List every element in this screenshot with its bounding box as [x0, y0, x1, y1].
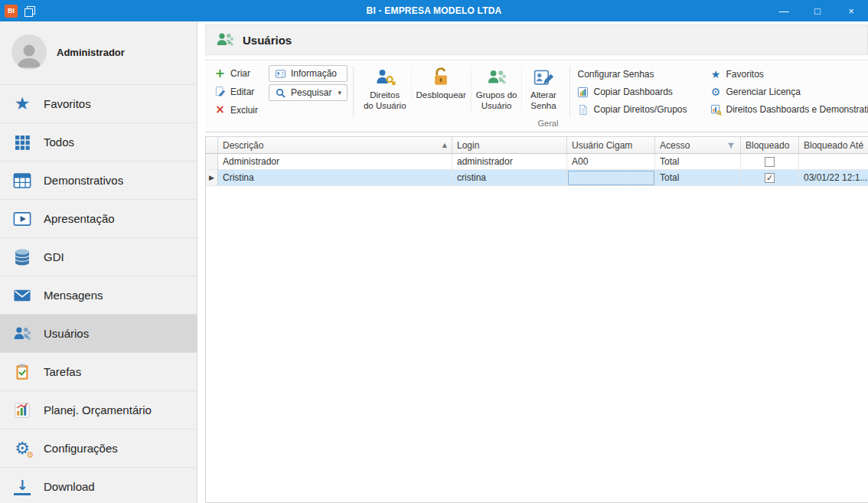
sidebar-item-download[interactable]: ↓ Download [0, 467, 197, 503]
cell-usuario-cigam[interactable]: A00 [567, 154, 655, 170]
licenca-stack: ★ Favoritos ⚙ Gerenciar Licença Direitos… [709, 65, 868, 117]
sidebar-item-label: Todos [44, 136, 74, 149]
sidebar-item-favoritos[interactable]: ★ Favoritos [0, 84, 197, 122]
database-icon [12, 247, 32, 267]
sidebar-item-planejamento[interactable]: Planej. Orçamentário [0, 390, 197, 429]
users-group-icon [215, 30, 235, 50]
cell-login[interactable]: cristina [452, 170, 567, 186]
chart-icon [12, 400, 32, 420]
direitos-dashboards-button[interactable]: Direitos Dashboards e Demonstrativos [709, 102, 868, 117]
column-header-bloqueado[interactable]: Bloqueado [741, 137, 799, 154]
ribbon-group-geral: + Criar Editar × Excluir [205, 60, 868, 132]
window-title: BI - EMPRESA MODELO LTDA [0, 5, 868, 16]
sidebar: Administrador ★ Favoritos Todos Demonstr… [0, 21, 197, 503]
cell-bloqueado[interactable] [741, 170, 799, 186]
criar-button[interactable]: + Criar [211, 65, 261, 81]
ribbon: + Criar Editar × Excluir [205, 60, 868, 132]
gerenciar-licenca-button[interactable]: ⚙ Gerenciar Licença [709, 84, 868, 100]
search-icon [275, 87, 286, 99]
cell-descricao[interactable]: Administrador [218, 154, 452, 170]
gears-icon: ⚙ ⚙ [12, 439, 32, 459]
users-grid: Descrição ▲ Login Usuário Cigam Acesso [205, 136, 868, 503]
small-gear-icon: ⚙ [26, 451, 34, 459]
window-restore-icon[interactable] [24, 6, 34, 16]
cell-login[interactable]: administrador [452, 154, 567, 170]
table-row: Administrador administrador A00 Total [206, 154, 868, 170]
sidebar-item-usuarios[interactable]: Usuários [0, 314, 197, 352]
sidebar-item-mensagens[interactable]: Mensagens [0, 276, 197, 314]
close-button[interactable]: × [834, 0, 868, 21]
mail-icon [12, 286, 32, 305]
star-icon: ★ [12, 94, 32, 114]
table-row: ▶ Cristina cristina Total 03/01/22 12:1.… [206, 170, 868, 186]
info-search-column: Informação Pesquisar ▾ [269, 65, 348, 101]
cell-bloqueado-ate[interactable] [799, 154, 868, 170]
column-header-login[interactable]: Login [452, 137, 567, 154]
copiar-direitos-grupos-button[interactable]: Copiar Direitos/Grupos [576, 102, 688, 117]
cell-usuario-cigam-focused[interactable] [567, 170, 655, 186]
user-name: Administrador [57, 47, 125, 58]
sidebar-item-label: Planej. Orçamentário [44, 403, 152, 416]
sidebar-item-todos[interactable]: Todos [0, 122, 197, 161]
informacao-label: Informação [291, 68, 337, 79]
alterar-senha-label: AlterarSenha [530, 90, 556, 112]
column-header-selector [206, 137, 218, 154]
column-header-usuario-cigam[interactable]: Usuário Cigam [567, 137, 655, 154]
maximize-button[interactable]: □ [801, 0, 834, 21]
sidebar-item-configuracoes[interactable]: ⚙ ⚙ Configurações [0, 429, 197, 467]
cell-acesso[interactable]: Total [655, 154, 741, 170]
gerenciar-licenca-label: Gerenciar Licença [726, 87, 801, 97]
column-label: Descrição [223, 140, 439, 151]
column-label: Bloqueado Até [804, 140, 863, 151]
grupos-usuario-button[interactable]: Grupos doUsuário [471, 65, 522, 112]
direitos-dashboards-label: Direitos Dashboards e Demonstrativos [726, 104, 868, 115]
direitos-usuario-button[interactable]: Direitosdo Usuário [359, 65, 411, 112]
user-panel: Administrador [0, 21, 197, 84]
sidebar-item-label: Demonstrativos [44, 174, 123, 187]
separator [353, 66, 354, 117]
minimize-button[interactable]: — [767, 0, 801, 21]
filter-icon[interactable] [726, 141, 736, 150]
copiar-direitos-grupos-label: Copiar Direitos/Grupos [593, 104, 687, 115]
sidebar-item-tarefas[interactable]: Tarefas [0, 352, 197, 390]
favoritos-label: Favoritos [726, 69, 764, 80]
app-window: BI BI - EMPRESA MODELO LTDA — □ × Admini… [0, 0, 868, 503]
excluir-button[interactable]: × Excluir [211, 102, 261, 118]
presentation-icon [12, 209, 32, 229]
users-icon [12, 324, 32, 344]
column-header-descricao[interactable]: Descrição ▲ [218, 137, 452, 154]
sidebar-item-demonstrativos[interactable]: Demonstrativos [0, 161, 197, 199]
row-selector[interactable] [206, 154, 218, 170]
column-header-acesso[interactable]: Acesso [655, 137, 741, 154]
configurar-senhas-button[interactable]: Configurar Senhas [576, 67, 688, 82]
sidebar-item-apresentacao[interactable]: Apresentação [0, 199, 197, 237]
app-body: Administrador ★ Favoritos Todos Demonstr… [0, 21, 868, 503]
cell-acesso[interactable]: Total [655, 170, 741, 186]
window-controls: — □ × [767, 0, 868, 21]
editar-label: Editar [230, 87, 254, 97]
alterar-senha-button[interactable]: AlterarSenha [521, 65, 564, 112]
column-label: Bloqueado [746, 140, 794, 151]
column-label: Login [457, 140, 562, 151]
cell-bloqueado[interactable] [741, 154, 799, 170]
sidebar-item-label: Mensagens [44, 289, 103, 302]
cell-descricao[interactable]: Cristina [218, 170, 452, 186]
cell-bloqueado-ate[interactable]: 03/01/22 12:1... [799, 170, 868, 186]
editar-button[interactable]: Editar [211, 83, 261, 100]
direitos-label: Direitosdo Usuário [364, 90, 406, 112]
column-header-bloqueado-ate[interactable]: Bloqueado Até [799, 137, 868, 154]
bloqueado-checkbox[interactable] [765, 157, 775, 167]
senhas-stack: Configurar Senhas Copiar Dashboards Copi… [576, 65, 688, 117]
row-selector-current[interactable]: ▶ [206, 170, 218, 186]
copiar-dashboards-label: Copiar Dashboards [593, 87, 672, 97]
desbloquear-button[interactable]: Desbloquear [411, 65, 471, 101]
copiar-dashboards-button[interactable]: Copiar Dashboards [576, 84, 688, 100]
delete-x-icon: × [214, 104, 226, 116]
informacao-button[interactable]: Informação [269, 65, 348, 82]
user-key-icon [374, 67, 396, 88]
sidebar-item-gdi[interactable]: GDI [0, 237, 197, 276]
bloqueado-checkbox[interactable] [765, 173, 775, 183]
favoritos-button[interactable]: ★ Favoritos [709, 67, 868, 82]
pesquisar-button[interactable]: Pesquisar ▾ [269, 84, 348, 101]
users-group-icon [486, 67, 507, 88]
